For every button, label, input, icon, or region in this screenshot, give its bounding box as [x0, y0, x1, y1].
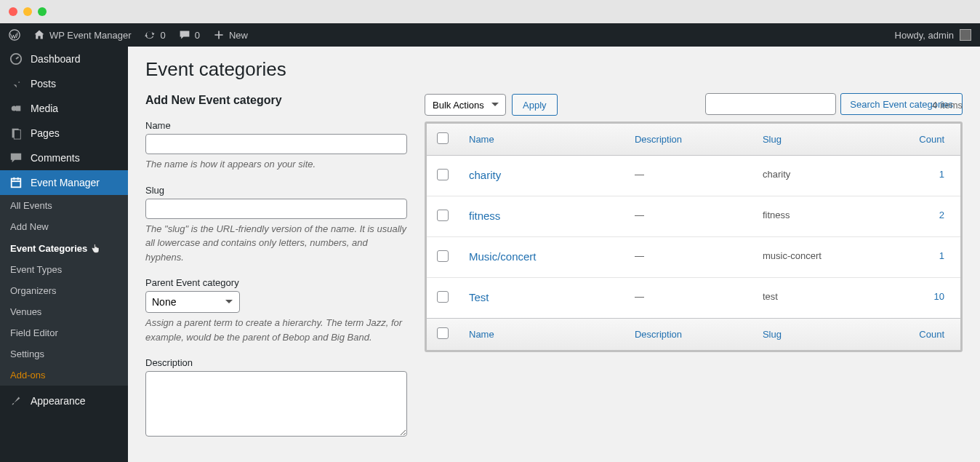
slug-help: The "slug" is the URL-friendly version o…	[145, 222, 407, 265]
sub-item-label: Event Categories	[10, 243, 87, 254]
updates-link[interactable]: 0	[144, 29, 165, 41]
calendar-icon	[9, 176, 23, 189]
sub-item-all-events[interactable]: All Events	[0, 195, 128, 216]
row-checkbox[interactable]	[437, 169, 449, 180]
row-name-link[interactable]: Music/concert	[469, 250, 537, 263]
sub-item-field-editor[interactable]: Field Editor	[0, 322, 128, 343]
categories-table: Name Description Slug Count charity—char…	[427, 124, 960, 350]
row-checkbox[interactable]	[437, 210, 449, 221]
comment-icon	[179, 29, 190, 41]
select-all-checkbox-bottom[interactable]	[437, 327, 449, 339]
row-description: —	[624, 196, 752, 237]
sidebar-item-label: Posts	[31, 78, 56, 89]
row-slug: music-concert	[752, 237, 902, 278]
media-icon	[9, 102, 23, 115]
comment-icon	[9, 151, 23, 164]
row-description: —	[624, 156, 752, 196]
row-slug: fitness	[752, 196, 902, 237]
sub-item-addons[interactable]: Add-ons	[0, 365, 128, 386]
sub-item-settings[interactable]: Settings	[0, 343, 128, 365]
main-content: Event categories Search Event categories…	[128, 47, 980, 462]
sidebar-item-media[interactable]: Media	[0, 96, 128, 121]
row-name-link[interactable]: Test	[469, 291, 489, 303]
new-content-link[interactable]: New	[213, 29, 248, 41]
sidebar-item-event-manager[interactable]: Event Manager	[0, 170, 128, 195]
minimize-window-button[interactable]	[23, 7, 32, 16]
row-count-link[interactable]: 1	[939, 169, 944, 180]
sub-item-add-new[interactable]: Add New	[0, 216, 128, 237]
updates-count: 0	[160, 30, 165, 41]
table-row: Test—test10	[427, 278, 960, 319]
row-count-link[interactable]: 10	[934, 291, 944, 302]
sidebar-item-label: Event Manager	[31, 177, 100, 188]
bulk-actions-select[interactable]: Bulk Actions	[425, 94, 506, 116]
sidebar-item-posts[interactable]: Posts	[0, 71, 128, 96]
col-description[interactable]: Description	[624, 124, 752, 156]
sub-item-event-types[interactable]: Event Types	[0, 259, 128, 280]
sidebar-item-label: Pages	[31, 127, 60, 139]
items-count: 4 items	[932, 100, 963, 111]
sidebar-item-appearance[interactable]: Appearance	[0, 389, 128, 413]
row-name-link[interactable]: fitness	[469, 210, 500, 222]
row-description: —	[624, 278, 752, 319]
avatar[interactable]	[960, 29, 971, 41]
slug-label: Slug	[145, 185, 407, 196]
row-checkbox[interactable]	[437, 291, 449, 303]
name-input[interactable]	[145, 134, 407, 154]
row-name-link[interactable]: charity	[469, 169, 501, 181]
wp-logo-menu[interactable]	[9, 29, 20, 41]
col-slug[interactable]: Slug	[752, 319, 902, 351]
col-name[interactable]: Name	[459, 124, 624, 156]
cursor-hand-icon	[90, 242, 102, 254]
sidebar-item-dashboard[interactable]: Dashboard	[0, 47, 128, 71]
sidebar-item-label: Media	[31, 103, 58, 114]
sidebar-item-label: Dashboard	[31, 53, 81, 65]
sidebar-item-label: Comments	[31, 152, 80, 164]
svg-rect-6	[12, 179, 21, 188]
svg-rect-5	[14, 130, 20, 140]
row-checkbox[interactable]	[437, 250, 449, 262]
name-help: The name is how it appears on your site.	[145, 157, 407, 172]
sidebar-item-comments[interactable]: Comments	[0, 146, 128, 170]
slug-input[interactable]	[145, 199, 407, 219]
table-row: Music/concert—music-concert1	[427, 237, 960, 278]
greeting[interactable]: Howdy, admin	[895, 30, 954, 41]
comments-link[interactable]: 0	[179, 29, 200, 41]
sidebar-item-label: Appearance	[31, 395, 86, 407]
close-window-button[interactable]	[9, 7, 17, 16]
sidebar-submenu: All Events Add New Event Categories Even…	[0, 195, 128, 386]
categories-list-col: Bulk Actions Apply 4 items Name Descript…	[425, 94, 963, 452]
sub-item-venues[interactable]: Venues	[0, 301, 128, 322]
row-slug: test	[752, 278, 902, 319]
row-count-link[interactable]: 1	[939, 250, 944, 261]
parent-select[interactable]: None	[145, 291, 240, 313]
row-count-link[interactable]: 2	[939, 210, 944, 220]
select-all-checkbox-top[interactable]	[437, 132, 449, 144]
col-description[interactable]: Description	[624, 319, 752, 351]
col-slug[interactable]: Slug	[752, 124, 902, 156]
pages-icon	[9, 127, 23, 140]
comments-count: 0	[195, 30, 200, 41]
refresh-icon	[144, 29, 156, 41]
row-slug: charity	[752, 156, 902, 196]
plus-icon	[213, 29, 225, 41]
table-row: charity—charity1	[427, 156, 960, 196]
apply-button[interactable]: Apply	[512, 94, 558, 116]
svg-point-2	[12, 105, 17, 111]
sub-item-organizers[interactable]: Organizers	[0, 280, 128, 301]
window-titlebar	[0, 0, 980, 23]
sub-item-event-categories[interactable]: Event Categories	[0, 237, 128, 259]
description-textarea[interactable]	[145, 371, 407, 437]
admin-bar: WP Event Manager 0 0 New Howdy, admin	[0, 23, 980, 47]
site-name-link[interactable]: WP Event Manager	[33, 29, 131, 41]
col-count[interactable]: Count	[902, 124, 960, 156]
parent-help: Assign a parent term to create a hierarc…	[145, 316, 407, 344]
sidebar-item-pages[interactable]: Pages	[0, 121, 128, 146]
form-heading: Add New Event category	[145, 94, 407, 107]
col-name[interactable]: Name	[459, 319, 624, 351]
admin-sidebar: Dashboard Posts Media Pages Comments Eve…	[0, 47, 128, 462]
maximize-window-button[interactable]	[38, 7, 47, 16]
col-count[interactable]: Count	[902, 319, 960, 351]
description-label: Description	[145, 357, 407, 368]
new-label: New	[229, 30, 248, 41]
